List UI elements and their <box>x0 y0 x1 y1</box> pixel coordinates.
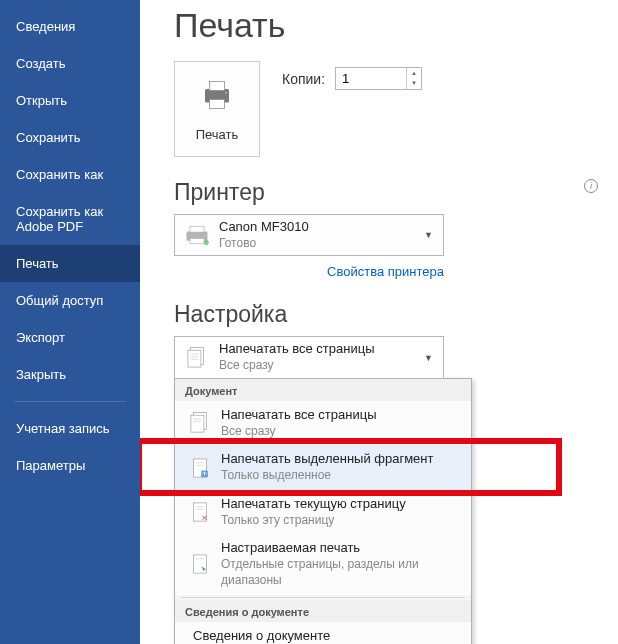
page-current-icon <box>183 497 217 527</box>
sidebar-item-new[interactable]: Создать <box>0 45 140 82</box>
svg-rect-5 <box>190 226 204 232</box>
copies-input-wrap: ▲ ▼ <box>335 67 422 90</box>
printer-icon <box>199 77 235 117</box>
sidebar-item-close[interactable]: Закрыть <box>0 356 140 393</box>
page-title: Печать <box>174 6 618 45</box>
dropdown-item-label: Напечатать все страницы <box>221 407 463 424</box>
pages-icon <box>183 408 217 438</box>
dropdown-item-sub: Только эту страницу <box>221 513 463 529</box>
dropdown-item-sub: Отдельные страницы, разделы или диапазон… <box>221 557 463 588</box>
copies-up-button[interactable]: ▲ <box>407 68 421 78</box>
printer-status: Готово <box>219 236 420 252</box>
copies-input[interactable] <box>336 68 406 89</box>
sidebar: Сведения Создать Открыть Сохранить Сохра… <box>0 0 140 644</box>
print-button-label: Печать <box>196 127 239 142</box>
chevron-down-icon: ▼ <box>420 230 437 240</box>
dropdown-item-current-page[interactable]: Напечатать текущую страницу Только эту с… <box>175 490 471 534</box>
printer-properties-link[interactable]: Свойства принтера <box>174 264 444 279</box>
sidebar-item-share[interactable]: Общий доступ <box>0 282 140 319</box>
svg-rect-14 <box>191 415 204 432</box>
svg-rect-6 <box>190 239 204 244</box>
printer-select[interactable]: Canon MF3010 Готово ▼ <box>174 214 444 256</box>
dropdown-item-label: Настраиваемая печать <box>221 540 463 557</box>
sidebar-item-account[interactable]: Учетная запись <box>0 410 140 447</box>
sidebar-item-saveas[interactable]: Сохранить как <box>0 156 140 193</box>
dropdown-item-label: Сведения о документе <box>193 628 463 645</box>
dropdown-divider <box>181 597 465 598</box>
range-selected-title: Напечатать все страницы <box>219 341 420 358</box>
chevron-down-icon: ▼ <box>420 353 437 363</box>
copies-label: Копии: <box>282 71 325 87</box>
sidebar-item-options[interactable]: Параметры <box>0 447 140 484</box>
print-range-dropdown: Документ Напечатать все страницы Все сра… <box>174 378 472 644</box>
printer-heading: Принтер <box>174 179 265 206</box>
printer-device-icon <box>181 221 213 249</box>
svg-point-3 <box>225 91 227 93</box>
dropdown-item-all-pages[interactable]: Напечатать все страницы Все сразу <box>175 401 471 445</box>
main-panel: Печать Печать Копии: ▲ ▼ Принтер i <box>140 0 618 644</box>
printer-name: Canon MF3010 <box>219 219 420 236</box>
sidebar-item-print[interactable]: Печать <box>0 245 140 282</box>
svg-rect-24 <box>194 555 207 573</box>
settings-heading: Настройка <box>174 301 618 328</box>
sidebar-item-saveas-pdf[interactable]: Сохранить как Adobe PDF <box>0 193 140 245</box>
print-range-select[interactable]: Напечатать все страницы Все сразу ▼ <box>174 336 444 378</box>
dropdown-item-doc-info[interactable]: Сведения о документе Список свойств, так… <box>175 622 471 645</box>
sidebar-item-info[interactable]: Сведения <box>0 8 140 45</box>
dropdown-item-sub: Только выделенное <box>221 468 463 484</box>
dropdown-item-label: Напечатать выделенный фрагмент <box>221 451 463 468</box>
dropdown-item-label: Напечатать текущую страницу <box>221 496 463 513</box>
sidebar-item-save[interactable]: Сохранить <box>0 119 140 156</box>
range-selected-sub: Все сразу <box>219 358 420 374</box>
print-button[interactable]: Печать <box>174 61 260 157</box>
dropdown-item-sub: Все сразу <box>221 424 463 440</box>
sidebar-item-open[interactable]: Открыть <box>0 82 140 119</box>
page-custom-icon <box>183 549 217 579</box>
pages-icon <box>181 344 213 372</box>
page-selection-icon <box>183 453 217 483</box>
dropdown-item-selection[interactable]: Напечатать выделенный фрагмент Только вы… <box>175 445 471 489</box>
svg-rect-1 <box>210 81 225 90</box>
dropdown-item-custom-range[interactable]: Настраиваемая печать Отдельные страницы,… <box>175 534 471 594</box>
sidebar-item-export[interactable]: Экспорт <box>0 319 140 356</box>
dropdown-group-document: Документ <box>175 379 471 401</box>
svg-rect-9 <box>188 350 201 367</box>
dropdown-group-docinfo: Сведения о документе <box>175 600 471 622</box>
svg-rect-2 <box>210 99 225 108</box>
info-icon[interactable]: i <box>584 179 598 193</box>
copies-down-button[interactable]: ▼ <box>407 78 421 88</box>
sidebar-separator <box>14 401 126 402</box>
